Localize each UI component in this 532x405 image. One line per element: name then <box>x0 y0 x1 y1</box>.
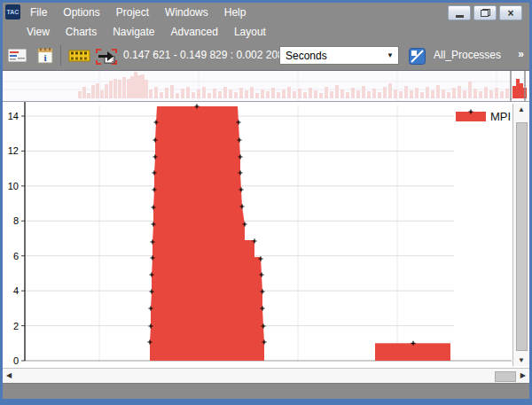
scroll-left-icon[interactable]: ◀ <box>6 371 12 379</box>
chart-layers: 02468101214 <box>8 102 512 366</box>
menubar-primary: FileOptionsProjectWindowsHelp <box>22 3 254 22</box>
menu-item-layout[interactable]: Layout <box>226 26 274 38</box>
vertical-scrollbar-thumb[interactable] <box>516 122 528 351</box>
legend-label-mpi: MPI <box>490 110 511 123</box>
close-button[interactable]: × <box>499 5 522 20</box>
menu-item-advanced[interactable]: Advanced <box>163 26 226 38</box>
quantitative-timeline-chart[interactable]: 02468101214 MPI <box>3 102 529 368</box>
toolbar: i 2 <box>3 41 529 71</box>
trace-minimap[interactable] <box>3 71 529 102</box>
y-axis-tick-label: 8 <box>13 215 19 226</box>
restore-icon <box>481 9 490 17</box>
toolbar-separator <box>60 45 61 66</box>
event-info-icon[interactable]: i <box>36 47 54 68</box>
vertical-scrollbar[interactable]: ▲ ▼ <box>512 104 529 366</box>
close-icon: × <box>507 8 513 19</box>
status-bar <box>3 383 529 400</box>
y-axis-tick-label: 4 <box>13 285 19 296</box>
horizontal-scrollbar[interactable]: ◀ ▶ <box>3 368 529 383</box>
window-bottom-border <box>3 399 529 402</box>
app-icon-label: TAC <box>7 9 20 15</box>
y-axis-tick-label: 12 <box>8 145 19 156</box>
menu-item-charts[interactable]: Charts <box>58 26 105 38</box>
filmstrip-icon[interactable] <box>68 47 90 68</box>
chevron-down-icon: ▼ <box>382 51 398 59</box>
zoom-to-selection-icon[interactable]: 2 <box>94 47 119 70</box>
scroll-right-icon[interactable]: ▶ <box>520 371 526 379</box>
menu-item-project[interactable]: Project <box>108 6 157 19</box>
y-axis-tick-label: 0 <box>13 355 19 366</box>
unit-select-value: Seconds <box>280 50 382 62</box>
y-axis-tick-label: 2 <box>13 321 19 331</box>
chart-summary-icon[interactable] <box>7 47 28 68</box>
svg-text:2: 2 <box>112 58 114 63</box>
minimize-button[interactable] <box>448 5 471 20</box>
menu-item-windows[interactable]: Windows <box>157 6 216 19</box>
mpi-area-series[interactable] <box>150 106 264 361</box>
menubar-secondary: ViewChartsNavigateAdvancedLayout <box>19 22 274 41</box>
menubar-secondary-row: ViewChartsNavigateAdvancedLayout <box>3 22 529 41</box>
titlebar: TAC FileOptionsProjectWindowsHelp × <box>3 3 529 22</box>
y-axis-tick-label: 6 <box>13 251 19 261</box>
y-axis-tick-label: 10 <box>8 181 19 191</box>
chart-legend: MPI <box>456 110 511 124</box>
toolbar-overflow-button[interactable]: » <box>518 48 524 60</box>
minimize-icon <box>456 15 464 18</box>
aggregation-label: All_Processes <box>434 49 501 61</box>
restore-button[interactable] <box>473 5 497 20</box>
svg-text:i: i <box>43 52 46 63</box>
aggregation-icon[interactable] <box>409 48 426 68</box>
window-controls: × <box>448 5 522 20</box>
unit-select[interactable]: Seconds ▼ <box>279 46 399 65</box>
menu-item-options[interactable]: Options <box>55 6 107 19</box>
horizontal-scrollbar-thumb[interactable] <box>495 371 516 382</box>
menu-item-help[interactable]: Help <box>216 6 254 19</box>
time-range-display: 0.147 621 - 0.149 829 : 0.002 208 <box>123 49 284 61</box>
menu-item-view[interactable]: View <box>19 26 58 38</box>
app-window: TAC FileOptionsProjectWindowsHelp × View… <box>0 0 532 405</box>
y-axis-tick-label: 14 <box>8 111 19 121</box>
scroll-down-icon[interactable]: ▼ <box>513 356 529 364</box>
mpi-burst-bar[interactable] <box>375 343 450 361</box>
scroll-up-icon[interactable]: ▲ <box>513 105 529 113</box>
app-icon[interactable]: TAC <box>5 4 20 19</box>
menu-item-file[interactable]: File <box>22 6 55 19</box>
menu-item-navigate[interactable]: Navigate <box>105 26 162 38</box>
